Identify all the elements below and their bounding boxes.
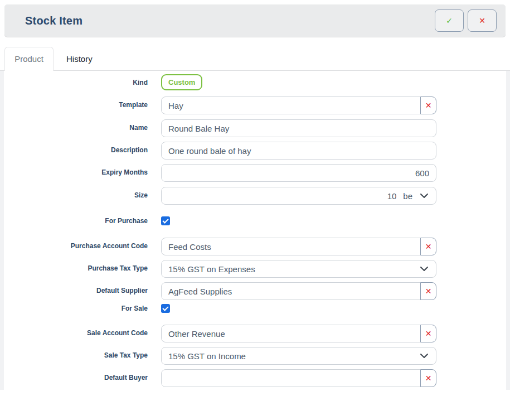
purchase-tax-type-label: Purchase Tax Type <box>0 260 148 278</box>
for-sale-label: For Sale <box>0 304 148 313</box>
purchase-tax-type-value: 15% GST on Expenses <box>168 264 420 274</box>
purchase-tax-type-select[interactable]: 15% GST on Expenses <box>161 260 436 278</box>
form-row-name: Name <box>0 119 510 137</box>
clear-x-icon: ✕ <box>425 329 432 338</box>
size-input[interactable] <box>168 188 396 204</box>
default-supplier-input[interactable] <box>161 282 421 300</box>
template-label: Template <box>0 96 148 114</box>
page-gutter-left <box>0 71 4 390</box>
size-label: Size <box>0 187 148 205</box>
size-field[interactable]: be <box>161 187 436 205</box>
default-buyer-input[interactable] <box>161 369 421 387</box>
description-input[interactable] <box>161 142 436 160</box>
kind-custom-badge[interactable]: Custom <box>161 74 202 90</box>
purchase-account-code-clear-button[interactable]: ✕ <box>420 238 436 255</box>
close-icon: ✕ <box>479 16 485 25</box>
sale-tax-type-value: 15% GST on Income <box>168 351 420 361</box>
check-icon: ✓ <box>446 16 453 25</box>
kind-label: Kind <box>0 74 148 90</box>
product-form: Kind Custom Template ✕ Name Description … <box>0 71 510 420</box>
name-label: Name <box>0 119 148 137</box>
form-row-sale-account-code: Sale Account Code ✕ <box>0 325 510 342</box>
header-actions: ✓ ✕ <box>435 9 497 32</box>
cancel-button[interactable]: ✕ <box>468 9 497 32</box>
chevron-down-icon <box>420 194 428 198</box>
sale-account-code-input[interactable] <box>161 325 421 342</box>
form-row-template: Template ✕ <box>0 96 510 114</box>
default-buyer-clear-button[interactable]: ✕ <box>420 369 436 387</box>
chevron-down-icon <box>420 267 428 271</box>
clear-x-icon: ✕ <box>425 242 432 251</box>
template-clear-button[interactable]: ✕ <box>420 96 436 114</box>
name-input[interactable] <box>161 119 436 137</box>
form-row-expiry-months: Expiry Months <box>0 164 510 182</box>
tab-history-label: History <box>66 54 93 64</box>
description-label: Description <box>0 142 148 160</box>
for-purchase-label: For Purchase <box>0 216 148 225</box>
chevron-down-icon <box>420 354 428 358</box>
default-supplier-label: Default Supplier <box>0 282 148 300</box>
window-header: Stock Item ✓ ✕ <box>4 4 506 37</box>
confirm-button[interactable]: ✓ <box>435 9 464 32</box>
form-row-purchase-account-code: Purchase Account Code ✕ <box>0 238 510 255</box>
for-sale-checkbox[interactable] <box>161 304 170 313</box>
form-row-description: Description <box>0 142 510 160</box>
default-buyer-label: Default Buyer <box>0 369 148 387</box>
expiry-months-label: Expiry Months <box>0 164 148 182</box>
clear-x-icon: ✕ <box>425 287 432 296</box>
default-supplier-clear-button[interactable]: ✕ <box>420 282 436 300</box>
tab-product-label: Product <box>14 54 43 64</box>
purchase-account-code-input[interactable] <box>161 238 421 255</box>
size-unit-label: be <box>403 191 412 201</box>
sale-account-code-clear-button[interactable]: ✕ <box>420 325 436 342</box>
form-row-for-sale: For Sale <box>0 304 510 313</box>
form-row-sale-tax-type: Sale Tax Type 15% GST on Income <box>0 347 510 365</box>
form-row-for-purchase: For Purchase <box>0 216 510 225</box>
page-title: Stock Item <box>25 15 82 27</box>
sale-tax-type-select[interactable]: 15% GST on Income <box>161 347 436 365</box>
form-row-kind: Kind Custom <box>0 74 510 90</box>
page-gutter-right <box>506 71 510 390</box>
for-purchase-checkbox[interactable] <box>161 216 170 225</box>
sale-tax-type-label: Sale Tax Type <box>0 347 148 365</box>
form-row-size: Size be <box>0 187 510 205</box>
template-input[interactable] <box>161 96 421 114</box>
clear-x-icon: ✕ <box>425 101 432 110</box>
form-row-default-buyer: Default Buyer ✕ <box>0 369 510 387</box>
form-row-purchase-tax-type: Purchase Tax Type 15% GST on Expenses <box>0 260 510 278</box>
form-row-default-supplier: Default Supplier ✕ <box>0 282 510 300</box>
tab-bar: Product History <box>0 47 510 71</box>
clear-x-icon: ✕ <box>425 374 432 383</box>
sale-account-code-label: Sale Account Code <box>0 325 148 342</box>
tab-product[interactable]: Product <box>4 47 54 71</box>
purchase-account-code-label: Purchase Account Code <box>0 238 148 255</box>
tab-history[interactable]: History <box>54 47 105 70</box>
expiry-months-input[interactable] <box>161 164 436 182</box>
